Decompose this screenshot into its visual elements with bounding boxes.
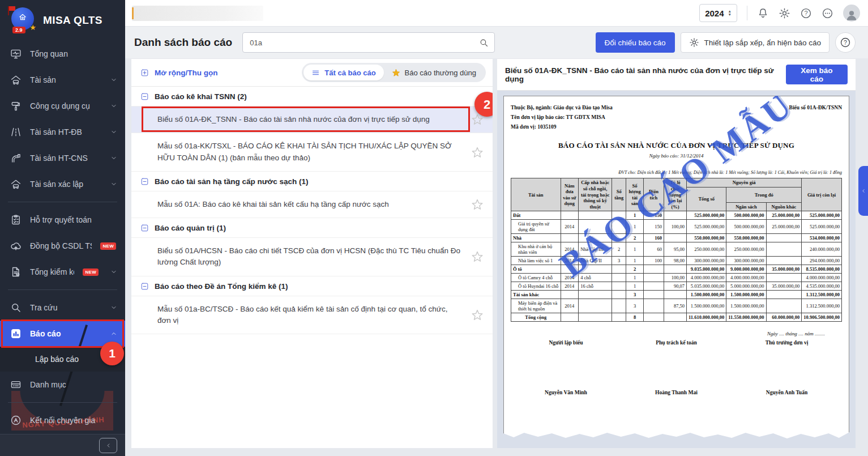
fiscal-year-selector[interactable]: 2024 ▲▼ — [699, 4, 737, 22]
report-table-row: Ô tô Camry 4 chỗ20144 chỗ1100,004.000.00… — [511, 274, 842, 282]
sidebar-item-cong-cu-dung-cu[interactable]: Công cụ dụng cụ — [0, 93, 125, 119]
favorite-star-icon[interactable] — [471, 146, 484, 159]
report-list-panel: Mở rộng/Thu gọn Tất cả báo cáo Báo cáo t… — [131, 58, 493, 448]
favorite-star-icon[interactable] — [471, 113, 484, 126]
sidebar-item-tong-quan[interactable]: Tổng quan — [0, 41, 125, 67]
gear-icon[interactable] — [779, 7, 790, 19]
sidebar-subitem-lap-bao-cao[interactable]: Lập báo cáo — [0, 347, 125, 372]
report-table-row: Khu nhà ở cán bộ nhân viên2014Nhà Cấp II… — [511, 242, 842, 257]
chevron-down-icon — [110, 155, 117, 161]
favorite-star-icon[interactable] — [471, 309, 484, 321]
page-header: Danh sách báo cáo Đổi chiếu báo cáo Thiế… — [125, 27, 868, 58]
expert-icon — [10, 415, 22, 426]
report-table-row: Giá trị quyền sử dụng đất20141150100,005… — [511, 220, 842, 234]
bell-icon[interactable] — [757, 7, 769, 19]
sidebar-item-ket-noi-chuyen-gia[interactable]: Kết nối chuyên gia — [0, 407, 125, 433]
report-title: BÁO CÁO TÀI SẢN NHÀ NƯỚC CỦA ĐƠN VỊ TRỰC… — [511, 141, 842, 150]
search-icon[interactable] — [479, 38, 489, 48]
more-options-icon[interactable] — [822, 7, 833, 19]
group-header-de-an-tong-kiem-ke[interactable]: Báo cáo theo Đề án Tổng kiểm kê (1) — [131, 276, 493, 296]
report-item-01a-dk-tsnn[interactable]: Biểu số 01A-ĐK_TSNN - Báo cáo tài sản nh… — [131, 106, 493, 133]
gear-icon — [689, 37, 699, 48]
app-title: MISA QLTS — [43, 14, 102, 27]
report-item-01a-kk-tsxl[interactable]: Mẫu số 01a-KK/TSXL - BÁO CÁO KÊ KHAI TÀI… — [131, 133, 493, 172]
expand-collapse-toggle[interactable]: Mở rộng/Thu gọn — [140, 69, 218, 77]
sidebar-item-tai-san-xac-lap[interactable]: Tài sản xác lập — [0, 171, 125, 197]
group-header-quan-tri[interactable]: Báo cáo quản trị (1) — [131, 218, 493, 238]
tab-all-reports[interactable]: Tất cả báo cáo — [303, 65, 383, 80]
report-unit-name: Tên đơn vị lập báo cáo: TT GDTX MISA — [511, 113, 613, 122]
minus-square-icon — [140, 92, 149, 101]
report-table-header: Tài sản Năm đưa vào sử dụng Cấp nhà hoặc… — [511, 178, 842, 211]
report-table-row: Máy biến áp điện và thiết bị nguồn201438… — [511, 299, 842, 313]
redacted-org-name — [132, 6, 263, 21]
report-item-01a-hcsn[interactable]: Biểu số 01A/HCSN - Báo cáo chi tiết TSCĐ… — [131, 238, 493, 276]
sidebar: ★ 2.9 MISA QLTS Tổng quan Tài sản Công c… — [0, 0, 125, 456]
favorite-star-icon[interactable] — [471, 250, 484, 263]
report-filter-tabs: Tất cả báo cáo Báo cáo thường dùng — [302, 63, 486, 82]
search-icon — [10, 302, 22, 313]
version-badge: 2.9 — [12, 27, 25, 33]
assets-icon — [10, 178, 22, 190]
sidebar-item-tai-san[interactable]: Tài sản — [0, 67, 125, 93]
sidebar-footer — [0, 434, 125, 456]
chevron-down-icon — [110, 181, 117, 187]
chevron-left-icon — [105, 442, 112, 449]
sidebar-item-tai-san-ht-db[interactable]: Tài sản HT-ĐB — [0, 119, 125, 145]
avatar[interactable] — [843, 5, 860, 22]
tab-frequent-reports[interactable]: Báo cáo thường dùng — [384, 65, 484, 80]
search-input[interactable] — [249, 38, 474, 48]
group-header-ke-khai-tsnn[interactable]: Báo cáo kê khai TSNN (2) — [131, 87, 493, 106]
compare-reports-button[interactable]: Đổi chiếu báo cáo — [596, 32, 675, 53]
new-badge: NEW — [100, 242, 116, 250]
page-title: Danh sách báo cáo — [134, 36, 232, 49]
sidebar-item-bao-cao[interactable]: Báo cáo 1 — [0, 321, 125, 347]
sidebar-collapse-button[interactable] — [99, 438, 117, 453]
view-report-button[interactable]: Xem báo cáo — [786, 65, 848, 84]
report-table-row: Tài sản khác31.500.000.000,001.500.000.0… — [511, 291, 842, 299]
fiscal-year-value: 2024 — [705, 8, 724, 18]
chevron-down-icon — [110, 76, 117, 83]
catalog-icon — [10, 379, 22, 390]
report-settings-button[interactable]: Thiết lập sắp xếp, ẩn hiện báo cáo — [681, 32, 829, 53]
favorite-star-icon[interactable] — [471, 198, 484, 211]
report-chart-icon — [10, 328, 22, 339]
side-panel-handle[interactable] — [858, 166, 868, 216]
report-table-body: Đất1150525.000.000,00500.000.000,0025.00… — [511, 211, 842, 322]
sidebar-item-ho-tro-quyet-toan[interactable]: Hỗ trợ quyết toán — [0, 207, 125, 233]
inventory-doc-icon — [10, 266, 22, 278]
user-icon — [844, 7, 859, 22]
sidebar-divider — [8, 202, 117, 202]
chevron-up-icon — [110, 330, 117, 337]
report-date-line: Ngày báo cáo: 31/12/2014 — [511, 153, 842, 159]
monitor-icon — [10, 48, 22, 59]
report-search-box[interactable] — [242, 32, 495, 53]
clipboard-icon — [10, 214, 22, 225]
chevron-down-icon — [110, 103, 117, 109]
app-logo-row: ★ 2.9 MISA QLTS — [0, 0, 125, 41]
report-ministry: Thuộc Bộ, ngành: Giáo dục và Đào tạo Mis… — [511, 103, 613, 113]
sidebar-item-tai-san-ht-cns[interactable]: Tài sản HT-CNS — [0, 145, 125, 171]
group-header-ha-tang-nuoc-sach[interactable]: Báo cáo tài sản hạ tầng cấp nước sạch (1… — [131, 172, 493, 191]
sidebar-item-danh-muc[interactable]: Danh mục — [0, 372, 125, 398]
star-icon — [392, 69, 400, 77]
report-table-row: Đất1150525.000.000,00500.000.000,0025.00… — [511, 211, 842, 220]
preview-header: Biểu số 01A-ĐK_TSNN - Báo cáo tài sản nh… — [497, 59, 856, 91]
sidebar-item-tong-kiem-ke[interactable]: Tổng kiểm kê NEW — [0, 259, 125, 285]
minus-square-icon — [140, 177, 149, 186]
report-table: Tài sản Năm đưa vào sử dụng Cấp nhà hoặc… — [511, 178, 842, 322]
content-area: Mở rộng/Thu gọn Tất cả báo cáo Báo cáo t… — [125, 58, 868, 456]
report-item-01a-nuoc-sach[interactable]: Mẫu số 01A: Báo cáo kê khai tài sản kết … — [131, 191, 493, 218]
minus-square-icon — [140, 282, 149, 291]
app-window: ★ 2.9 MISA QLTS Tổng quan Tài sản Công c… — [0, 0, 868, 456]
hamburger-icon — [311, 69, 320, 77]
help-icon[interactable] — [800, 7, 812, 19]
help-button[interactable] — [835, 32, 856, 53]
sidebar-item-dong-bo-csdl-tsc[interactable]: Đồng bộ CSDL TSC NEW — [0, 233, 125, 259]
sidebar-item-tra-cuu[interactable]: Tra cứu — [0, 295, 125, 321]
new-badge: NEW — [83, 269, 99, 276]
main-area: 2024 ▲▼ Danh sách báo cáo Đổi c — [125, 0, 868, 456]
report-item-01a-bc-tscd[interactable]: Mẫu số 01a-BC/TSCĐ - Báo cáo kết quả kiể… — [131, 296, 493, 335]
report-form-no: Biểu số 01A-ĐK/TSNN — [789, 103, 842, 132]
report-table-row: Ô tô Huyndai 16 chỗ201416 chỗ190,075.035… — [511, 282, 842, 291]
